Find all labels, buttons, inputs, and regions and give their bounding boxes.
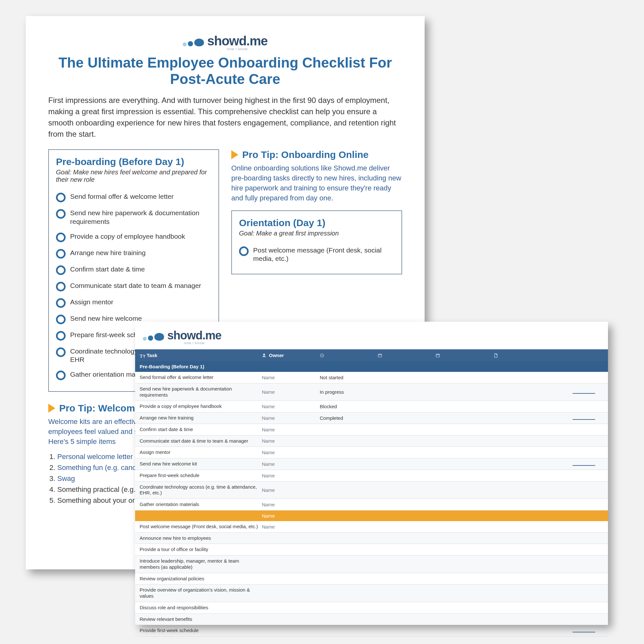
cell-status[interactable]: In progress [320, 389, 378, 395]
table-row[interactable]: Prepare first-week scheduleName [135, 470, 608, 482]
cell-owner[interactable]: Name [262, 404, 320, 409]
table-row[interactable]: Communicate start date & time to team & … [135, 436, 608, 447]
cell-owner[interactable]: Name [262, 473, 320, 478]
brand-logo: showd.me now i know [143, 329, 608, 345]
cell-task: Provide overview of organization's visio… [140, 587, 262, 599]
checklist-item-label: Post welcome message (Front desk, social… [253, 246, 394, 263]
cell-owner[interactable]: Name [262, 487, 320, 493]
checkbox-circle-icon[interactable] [56, 233, 66, 242]
cell-task: Introduce leadership, manager, mentor & … [140, 558, 262, 570]
table-row[interactable]: Coordinate technology access (e.g. time … [135, 482, 608, 499]
attachment-link-icon[interactable] [573, 393, 595, 394]
protip-onboarding-online: Pro Tip: Onboarding Online Online onboar… [231, 149, 402, 203]
cell-task: Gather orientation materials [140, 501, 262, 508]
cell-task: Communicate start date & time to team & … [140, 438, 262, 444]
table-row[interactable]: Provide overview of organization's visio… [135, 584, 608, 602]
checkbox-circle-icon[interactable] [56, 331, 66, 341]
cell-task: Post welcome message (Front desk, social… [140, 524, 262, 530]
cell-attachment[interactable] [493, 628, 603, 633]
cell-attachment[interactable] [493, 415, 603, 421]
cell-status[interactable]: Completed [320, 415, 378, 421]
checklist-item-label: Assign mentor [70, 298, 113, 306]
checklist-item[interactable]: Arrange new hire training [56, 245, 211, 262]
checklist-item[interactable]: Assign mentor [56, 295, 211, 311]
calendar-icon [378, 353, 382, 358]
checkbox-circle-icon[interactable] [56, 209, 66, 219]
cell-task: Confirm start date & time [140, 427, 262, 433]
cell-task: Send formal offer & welcome letter [140, 374, 262, 381]
brand-name: showd.me [167, 329, 221, 342]
cell-owner[interactable]: Name [262, 389, 320, 395]
checkbox-circle-icon[interactable] [56, 249, 66, 259]
calendar-icon [436, 353, 440, 358]
checklist-item[interactable]: Provide a copy of employee handbook [56, 229, 211, 245]
status-icon [320, 353, 324, 358]
checklist-item[interactable]: Post welcome message (Front desk, social… [239, 243, 394, 266]
cell-owner[interactable]: Name [262, 438, 320, 444]
checklist-item-label: Confirm start date & time [70, 265, 145, 273]
cell-task: Send new hire paperwork & documentation … [140, 386, 262, 398]
cell-status[interactable]: Blocked [320, 404, 378, 409]
cell-owner[interactable]: Name [262, 461, 320, 467]
table-row[interactable]: Confirm start date & timeName [135, 424, 608, 436]
cell-owner[interactable]: Name [262, 450, 320, 455]
checklist-item[interactable]: Send formal offer & welcome letter [56, 189, 211, 206]
table-row[interactable]: Discuss role and responsibilities [135, 602, 608, 614]
checkbox-circle-icon[interactable] [56, 265, 66, 275]
cell-owner[interactable]: Name [262, 375, 320, 380]
cell-status[interactable]: Not started [320, 375, 378, 380]
table-header: Tᴛ Task Owner [135, 349, 608, 361]
cell-owner[interactable]: Name [262, 502, 320, 507]
preboarding-heading: Pre-boarding (Before Day 1) [56, 156, 211, 167]
table-row[interactable]: Gather orientation materialsName [135, 499, 608, 511]
checkbox-circle-icon[interactable] [239, 246, 249, 256]
checklist-item-label: Communicate start date to team & manager [70, 281, 201, 290]
checkbox-circle-icon[interactable] [56, 315, 66, 324]
table-row[interactable]: Provide a tour of office or facility [135, 544, 608, 556]
kit-item-label: Something practical (e.g. g [57, 485, 142, 493]
cell-owner[interactable]: Name [262, 427, 320, 432]
checklist-item[interactable]: Send new hire paperwork & documentation … [56, 206, 211, 229]
table-body: Pre-Boarding (Before Day 1)Send formal o… [135, 361, 608, 637]
file-icon [493, 353, 498, 358]
cell-attachment[interactable] [493, 461, 603, 467]
table-row[interactable]: Introduce leadership, manager, mentor & … [135, 556, 608, 573]
checkbox-circle-icon[interactable] [56, 193, 66, 202]
table-section-header[interactable]: Name [135, 511, 608, 521]
table-row[interactable]: Review organizational policies [135, 573, 608, 585]
cell-owner[interactable]: Name [262, 415, 320, 421]
attachment-link-icon[interactable] [573, 419, 595, 420]
cell-attachment[interactable] [493, 389, 603, 395]
table-section-header[interactable]: Pre-Boarding (Before Day 1) [135, 361, 608, 372]
table-row[interactable]: Send new hire welcome kitName [135, 458, 608, 470]
checklist-item[interactable]: Confirm start date & time [56, 262, 211, 278]
onboarding-online-body: Online onboarding solutions like Showd.m… [231, 163, 402, 203]
attachment-link-icon[interactable] [573, 465, 595, 466]
checkbox-circle-icon[interactable] [56, 282, 66, 291]
cell-task: Prepare first-week schedule [140, 473, 262, 479]
cell-owner[interactable]: Name [262, 524, 320, 529]
checkbox-circle-icon[interactable] [56, 347, 66, 357]
table-row[interactable]: Announce new hire to employees [135, 533, 608, 544]
cell-task: Coordinate technology access (e.g. time … [140, 484, 262, 496]
kit-item-label: Personal welcome letter [57, 453, 133, 461]
table-row[interactable]: Post welcome message (Front desk, social… [135, 521, 608, 533]
table-row[interactable]: Send formal offer & welcome letterNameNo… [135, 372, 608, 383]
table-row[interactable]: Send new hire paperwork & documentation … [135, 383, 608, 401]
attachment-link-icon[interactable] [573, 632, 595, 632]
checklist-item[interactable]: Communicate start date to team & manager [56, 278, 211, 295]
table-row[interactable]: Arrange new hire trainingNameCompleted [135, 412, 608, 424]
arrow-icon [48, 404, 55, 413]
checklist-item-label: Send new hire welcome [70, 314, 142, 323]
table-row[interactable]: Assign mentorName [135, 447, 608, 458]
checklist-item-label: Send formal offer & welcome letter [70, 192, 174, 201]
checkbox-circle-icon[interactable] [56, 371, 66, 380]
checklist-item-label: Provide a copy of employee handbook [70, 232, 185, 241]
table-row[interactable]: Provide first-week schedule [135, 625, 608, 637]
orientation-checklist: Post welcome message (Front desk, social… [239, 243, 394, 266]
table-row[interactable]: Review relevant benefits [135, 614, 608, 625]
logo-mark-icon [183, 39, 204, 46]
logo-mark-icon [143, 333, 164, 341]
table-row[interactable]: Provide a copy of employee handbookNameB… [135, 401, 608, 412]
checkbox-circle-icon[interactable] [56, 298, 66, 308]
